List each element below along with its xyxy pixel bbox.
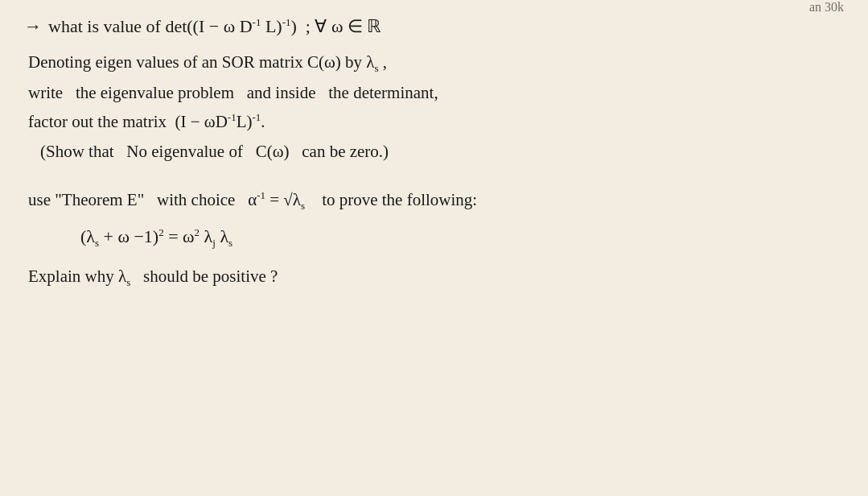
paragraph-block: Denoting eigen values of an SOR matrix C… xyxy=(28,48,844,166)
gap-block: use "Theorem E" with choice α‑1 = √λs to… xyxy=(16,186,844,291)
eq-sup-2: 2 xyxy=(158,226,164,238)
eigen-line2: write the eigenvalue problem and inside … xyxy=(28,79,844,107)
theorem-line: use "Theorem E" with choice α‑1 = √λs to… xyxy=(28,186,844,215)
sup-neg1: ‑1 xyxy=(228,111,237,123)
eq-sub-j: j xyxy=(212,237,216,249)
page-container: an 30k → what is value of det((I − ω D‑1… xyxy=(0,0,868,496)
sub-s1: s xyxy=(375,62,379,74)
eigen-line1: Denoting eigen values of an SOR matrix C… xyxy=(28,48,844,77)
explain-sub-s: s xyxy=(126,276,130,288)
eq-sub-s: s xyxy=(95,237,99,249)
line1-text: what is value of det((I − ω D‑1 L)‑1) ; … xyxy=(48,12,381,40)
sup-neg2: ‑1 xyxy=(253,111,261,123)
show-line: (Show that No eigenvalue of C(ω) can be … xyxy=(40,138,844,166)
sub-s2: s xyxy=(301,200,305,212)
eigen-line3: factor out the matrix (I − ωD‑1L)‑1. xyxy=(28,108,844,136)
bullet-arrow: → xyxy=(24,12,42,40)
equation-line: (λs + ω −1)2 = ω2 λj λs xyxy=(80,221,844,252)
eq-sup-omega: 2 xyxy=(195,226,200,238)
explain-line: Explain why λs should be positive ? xyxy=(28,262,844,291)
sup1: ‑1 xyxy=(253,16,261,28)
sup2: ‑1 xyxy=(282,16,291,28)
content-area: → what is value of det((I − ω D‑1 L)‑1) … xyxy=(16,12,844,484)
eq-sub-s2: s xyxy=(228,237,232,249)
line1: → what is value of det((I − ω D‑1 L)‑1) … xyxy=(24,12,844,40)
alpha-sup: ‑1 xyxy=(257,189,265,201)
